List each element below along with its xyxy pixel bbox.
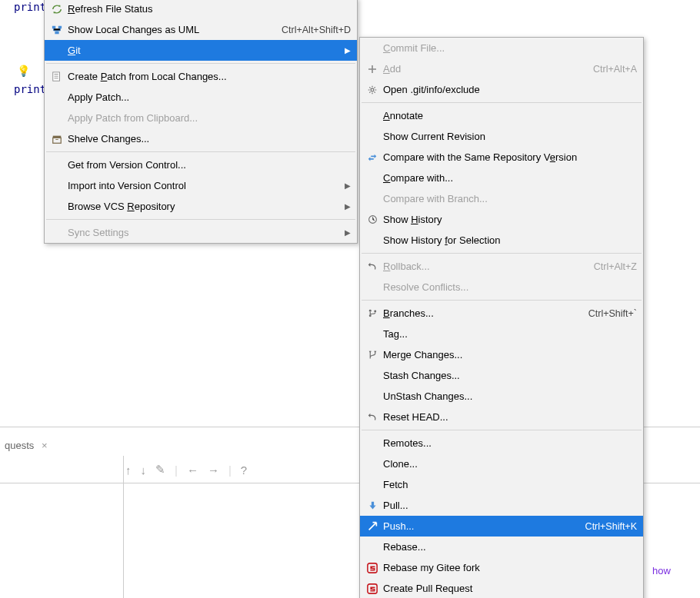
menu-item-label: Apply Patch... <box>65 91 351 103</box>
menu-item-label: Pull... <box>380 500 637 511</box>
menu-item-shelve-changes[interactable]: Shelve Changes... <box>45 128 357 149</box>
menu-item-label: Tag... <box>380 328 637 340</box>
menu-item-label: Show History <box>380 214 637 225</box>
menu-item-annotate[interactable]: Annotate <box>360 105 643 126</box>
menu-item-label: Rebase... <box>380 541 637 553</box>
menu-item-browse-vcs-repo[interactable]: Browse VCS Repository▶ <box>45 196 357 217</box>
menu-item-clone[interactable]: Clone... <box>360 453 643 474</box>
menu-item-shortcut: Ctrl+Alt+Shift+D <box>274 25 351 35</box>
menu-item-unstash-changes[interactable]: UnStash Changes... <box>360 386 643 407</box>
compare-icon <box>365 152 380 163</box>
menu-item-label: Shelve Changes... <box>65 133 351 145</box>
menu-item-open-git-exclude[interactable]: Open .git/info/exclude <box>360 79 643 100</box>
toolbar-down-icon[interactable]: ↓ <box>141 463 147 477</box>
menu-item-rebase[interactable]: Rebase... <box>360 537 643 557</box>
menu-item-add: AddCtrl+Alt+A <box>360 58 643 79</box>
tab-label: quests <box>5 440 34 451</box>
toolbar-left-icon[interactable]: ← <box>187 463 198 477</box>
intention-bulb-icon[interactable]: 💡 <box>17 65 30 77</box>
show-link[interactable]: how <box>652 565 671 576</box>
menu-item-label: Git <box>65 45 338 56</box>
menu-item-refresh-file-status[interactable]: Refresh File Status <box>45 0 357 19</box>
menu-item-shortcut: Ctrl+Alt+A <box>585 64 637 75</box>
menu-item-label: Show History for Selection <box>380 234 637 246</box>
merge-icon <box>365 350 380 360</box>
menu-item-pull[interactable]: Pull... <box>360 495 643 516</box>
menu-separator <box>46 63 355 64</box>
menu-item-reset-head[interactable]: Reset HEAD... <box>360 407 643 427</box>
menu-item-label: Compare with Branch... <box>380 193 637 204</box>
menu-item-label: Sync Settings <box>65 227 338 238</box>
menu-separator <box>46 151 355 152</box>
vertical-splitter[interactable] <box>123 456 124 598</box>
vcs-context-menu: Refresh File StatusShow Local Changes as… <box>44 0 358 244</box>
bottom-toolbar: ↑ ↓ ✎ | ← → | ? <box>125 456 247 483</box>
uml-icon <box>49 25 65 35</box>
menu-item-create-patch[interactable]: Create Patch from Local Changes... <box>45 66 357 87</box>
menu-item-label: Remotes... <box>380 437 637 449</box>
toolbar-edit-icon[interactable]: ✎ <box>155 463 165 477</box>
menu-item-label: Add <box>380 63 585 75</box>
menu-item-show-current-revision[interactable]: Show Current Revision <box>360 126 643 147</box>
gear-icon <box>365 85 380 95</box>
gitee-icon <box>365 563 380 573</box>
toolbar-right-icon[interactable]: → <box>208 463 219 477</box>
menu-item-import-into-vc[interactable]: Import into Version Control▶ <box>45 175 357 196</box>
menu-item-rebase-gitee[interactable]: Rebase my Gitee fork <box>360 557 643 578</box>
menu-item-label: Import into Version Control <box>65 180 338 191</box>
menu-item-label: Browse VCS Repository <box>65 201 338 212</box>
menu-item-shortcut: Ctrl+Alt+Z <box>586 261 637 272</box>
menu-item-compare-same-repo[interactable]: Compare with the Same Repository Version <box>360 147 643 168</box>
menu-item-stash-changes[interactable]: Stash Changes... <box>360 365 643 386</box>
menu-item-shortcut: Ctrl+Shift+` <box>581 308 637 319</box>
toolbar-help-icon[interactable]: ? <box>241 463 247 477</box>
menu-item-label: Clone... <box>380 458 637 470</box>
svg-rect-1 <box>58 25 62 28</box>
menu-item-label: Annotate <box>380 110 637 121</box>
menu-item-push[interactable]: Push...Ctrl+Shift+K <box>360 516 643 537</box>
svg-point-11 <box>374 311 376 313</box>
git-submenu: Commit File...AddCtrl+Alt+AOpen .git/inf… <box>359 37 644 598</box>
menu-item-branches[interactable]: Branches...Ctrl+Shift+` <box>360 303 643 324</box>
branch-icon <box>365 308 380 318</box>
menu-item-fetch[interactable]: Fetch <box>360 474 643 495</box>
menu-item-sync-settings: Sync Settings▶ <box>45 222 357 243</box>
menu-item-label: Apply Patch from Clipboard... <box>65 112 351 124</box>
submenu-arrow-icon: ▶ <box>338 202 351 211</box>
menu-item-resolve-conflicts: Resolve Conflicts... <box>360 277 643 297</box>
toolbar-up-icon[interactable]: ↑ <box>125 463 132 477</box>
menu-item-show-history[interactable]: Show History <box>360 209 643 230</box>
menu-item-label: Fetch <box>380 479 637 490</box>
menu-item-compare-with[interactable]: Compare with... <box>360 168 643 188</box>
menu-item-merge-changes[interactable]: Merge Changes... <box>360 344 643 365</box>
menu-item-apply-patch-clipboard: Apply Patch from Clipboard... <box>45 108 357 128</box>
menu-item-label: Branches... <box>380 307 581 319</box>
menu-separator <box>362 430 642 430</box>
shelve-icon <box>49 134 65 145</box>
svg-rect-0 <box>52 25 55 28</box>
submenu-arrow-icon: ▶ <box>338 46 351 55</box>
menu-item-tag[interactable]: Tag... <box>360 324 643 344</box>
menu-item-show-history-selection[interactable]: Show History for Selection <box>360 230 643 251</box>
svg-rect-6 <box>55 139 58 140</box>
submenu-arrow-icon: ▶ <box>338 181 351 190</box>
clock-icon <box>365 214 380 224</box>
menu-item-get-from-vc[interactable]: Get from Version Control... <box>45 154 357 175</box>
menu-item-git[interactable]: Git▶ <box>45 40 357 61</box>
code-line-2: print <box>14 83 46 95</box>
push-icon <box>365 521 380 531</box>
menu-item-commit-file: Commit File... <box>360 38 643 58</box>
menu-item-label: Show Current Revision <box>380 131 637 142</box>
patch-icon <box>49 71 65 82</box>
refresh-icon <box>49 4 65 15</box>
menu-item-create-pr[interactable]: Create Pull Request <box>360 578 643 598</box>
pull-requests-tab[interactable]: quests × <box>0 437 52 453</box>
menu-item-label: UnStash Changes... <box>380 390 637 402</box>
svg-point-10 <box>368 314 371 317</box>
menu-item-label: Get from Version Control... <box>65 159 351 171</box>
menu-item-remotes[interactable]: Remotes... <box>360 433 643 453</box>
menu-item-label: Compare with the Same Repository Version <box>380 151 637 163</box>
tab-close-icon[interactable]: × <box>42 440 48 451</box>
menu-item-apply-patch[interactable]: Apply Patch... <box>45 87 357 108</box>
menu-item-show-local-changes-uml[interactable]: Show Local Changes as UMLCtrl+Alt+Shift+… <box>45 19 357 40</box>
